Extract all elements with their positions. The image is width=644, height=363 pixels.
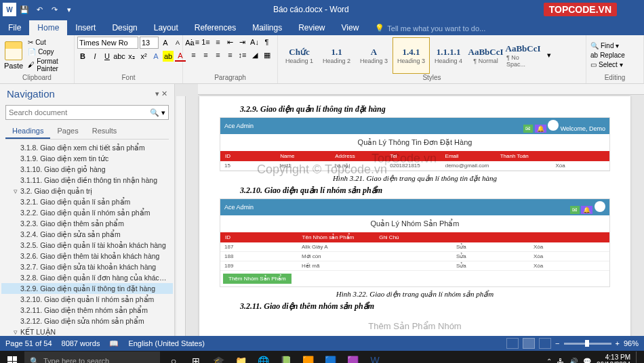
shrink-font-icon[interactable]: A [172, 37, 183, 48]
document-area[interactable]: 3.2.9. Giao diện quản lí thông tin đặt h… [175, 84, 644, 336]
nav-heading-item[interactable]: 3.1.8. Giao diện xem chi tiết sản phẩm [1, 142, 173, 153]
nav-heading-item[interactable]: 3.2.4. Giao diện sửa sản phẩm [1, 229, 173, 240]
network-icon[interactable]: 🖧 [557, 358, 564, 364]
app-icon[interactable]: 🟧 [297, 351, 319, 363]
bullets-icon[interactable]: ⋮≡ [188, 37, 199, 47]
chrome-icon[interactable]: 🌐 [252, 351, 274, 363]
nav-heading-item[interactable]: 3.2.8. Giao diện quản lí đơn hàng của kh… [1, 272, 173, 283]
nav-close-icon[interactable]: ▾ ✕ [155, 89, 167, 98]
tab-design[interactable]: Design [104, 20, 145, 35]
tab-home[interactable]: Home [29, 20, 67, 35]
spell-check-icon[interactable]: 📖 [109, 339, 119, 348]
tab-insert[interactable]: Insert [67, 20, 104, 35]
font-name-input[interactable] [77, 37, 138, 49]
tell-me-search[interactable]: 💡Tell me what you want to do... [367, 21, 494, 35]
tab-references[interactable]: References [186, 20, 244, 35]
style-item[interactable]: AaBbCcI¶ No Spac... [504, 37, 542, 74]
zoom-out-icon[interactable]: − [555, 339, 559, 347]
nav-heading-item[interactable]: 3.1.11. Giao diện điền thông tin nhận hà… [1, 175, 173, 186]
clock[interactable]: 4:13 PM26/12/2024 [597, 354, 630, 363]
grow-font-icon[interactable]: A [160, 37, 171, 48]
nav-tab-results[interactable]: Results [85, 124, 124, 139]
align-left-icon[interactable]: ≡ [188, 49, 199, 60]
align-center-icon[interactable]: ≡ [201, 49, 212, 60]
align-right-icon[interactable]: ≡ [213, 49, 224, 60]
redo-icon[interactable]: ↷ [47, 3, 61, 16]
show-desktop[interactable] [636, 351, 640, 363]
nav-heading-item[interactable]: 3.2.5. Giao diện quản lí tài khoản khách… [1, 240, 173, 251]
tray-up-icon[interactable]: ⌃ [546, 358, 552, 364]
nav-heading-item[interactable]: 3.2.3. Giao diện thêm sản phẩm [1, 218, 173, 229]
search-icon[interactable]: 🔍 ▾ [150, 108, 165, 117]
style-item[interactable]: 1.4.1Heading 3 [393, 37, 430, 74]
nav-heading-item[interactable]: 3.2.10. Giao diện quản lí nhóm sản phẩm [1, 294, 173, 305]
style-item[interactable]: 1.1Heading 2 [318, 37, 355, 74]
save-icon[interactable]: 💾 [18, 3, 31, 16]
replace-button[interactable]: abReplace [589, 51, 626, 60]
nav-heading-item[interactable]: 3.2.1. Giao diện quản lí sản phẩm [1, 196, 173, 207]
cut-button[interactable]: ✂Cut [26, 38, 71, 47]
decrease-indent-icon[interactable]: ⇤ [225, 37, 236, 47]
app-icon[interactable]: 📗 [275, 351, 296, 363]
underline-button[interactable]: U [102, 51, 113, 62]
increase-indent-icon[interactable]: ⇥ [237, 37, 248, 47]
action-center-icon[interactable]: 💬 [583, 358, 591, 364]
strike-button[interactable]: abc [114, 51, 125, 62]
read-mode-icon[interactable] [506, 338, 519, 349]
font-size-input[interactable] [140, 37, 159, 49]
sort-icon[interactable]: A↓ [249, 37, 260, 47]
select-button[interactable]: ▭Select ▾ [589, 60, 626, 69]
text-effects-icon[interactable]: A [150, 51, 161, 62]
nav-search-box[interactable]: 🔍 ▾ [5, 105, 169, 120]
nav-search-input[interactable] [9, 108, 150, 116]
word-icon[interactable]: W [364, 351, 386, 363]
style-item[interactable]: AaBbCcI¶ Normal [467, 37, 504, 74]
nav-heading-item[interactable]: ▿3.2. Giao diện quản trị [1, 186, 173, 196]
nav-heading-item[interactable]: 3.2.12. Giao diện sửa nhóm sản phẩm [1, 316, 173, 326]
numbering-icon[interactable]: 1≡ [201, 37, 212, 47]
horizontal-ruler[interactable] [198, 84, 644, 95]
taskbar-search[interactable]: 🔍Type here to search [24, 351, 160, 363]
justify-icon[interactable]: ≡ [225, 49, 236, 60]
nav-heading-item[interactable]: 3.1.10. Giao diện giỏ hàng [1, 164, 173, 175]
explorer-icon[interactable]: 📁 [230, 351, 251, 363]
app-icon[interactable]: 🟪 [342, 351, 363, 363]
app-icon[interactable]: 🟦 [319, 351, 341, 363]
nav-tab-pages[interactable]: Pages [50, 124, 85, 139]
nav-heading-item[interactable]: 3.2.9. Giao diện quản lí thông tin đặt h… [1, 283, 173, 294]
nav-heading-item[interactable]: 3.2.6. Giao diện thêm tài khoản khách hà… [1, 251, 173, 261]
nav-heading-item[interactable]: 3.2.2. Giao diện quản lí nhóm sản phẩm [1, 207, 173, 218]
styles-more-icon[interactable]: ▾ [544, 50, 555, 61]
italic-button[interactable]: I [89, 51, 100, 62]
word-count[interactable]: 8087 words [62, 339, 100, 348]
tab-file[interactable]: File [0, 20, 29, 35]
style-gallery[interactable]: ChứcHeading 11.1Heading 2AHeading 31.4.1… [281, 37, 542, 74]
qat-more-icon[interactable]: ▾ [62, 3, 76, 16]
show-marks-icon[interactable]: ¶ [262, 37, 273, 47]
zoom-level[interactable]: 96% [624, 339, 639, 347]
bold-button[interactable]: B [77, 51, 88, 62]
nav-heading-item[interactable]: ▿KẾT LUẬN [1, 326, 173, 336]
zoom-in-icon[interactable]: + [616, 339, 620, 347]
vertical-ruler[interactable] [176, 96, 186, 336]
tab-review[interactable]: Review [290, 20, 333, 35]
style-item[interactable]: AHeading 3 [355, 37, 393, 74]
page-status[interactable]: Page 51 of 54 [5, 339, 52, 348]
tab-view[interactable]: View [334, 20, 367, 35]
document-page[interactable]: 3.2.9. Giao diện quản lí thông tin đặt h… [199, 96, 630, 336]
web-layout-icon[interactable] [539, 338, 551, 349]
tab-layout[interactable]: Layout [146, 20, 186, 35]
undo-icon[interactable]: ↶ [33, 3, 46, 16]
zoom-slider[interactable] [564, 343, 611, 345]
format-painter-button[interactable]: 🖌Format Painter [26, 57, 71, 73]
start-button[interactable] [0, 351, 24, 363]
volume-icon[interactable]: 🔊 [569, 358, 578, 364]
superscript-button[interactable]: x² [138, 51, 149, 62]
app-icon[interactable]: 🎓 [207, 351, 229, 363]
language-status[interactable]: English (United States) [128, 339, 205, 348]
subscript-button[interactable]: x₂ [126, 51, 137, 62]
cortana-icon[interactable]: ○ [163, 351, 184, 363]
style-item[interactable]: 1.1.1.1Heading 4 [430, 37, 467, 74]
task-view-icon[interactable]: ⊞ [185, 351, 207, 363]
borders-icon[interactable]: ▦ [262, 49, 273, 60]
